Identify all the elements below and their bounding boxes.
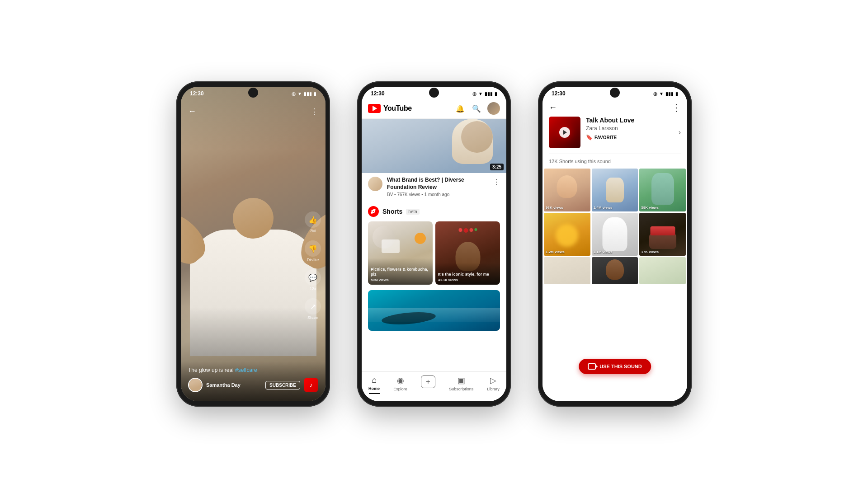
phone1-content: 12:30 ◎ ▼ ▮▮▮ ▮ ← ⋮ 👍 2M 👎 xyxy=(181,87,326,401)
short-item-1[interactable]: Picnics, flowers & kombucha, plz 50M vie… xyxy=(368,221,433,285)
subscribe-button[interactable]: SUBSCRIBE xyxy=(265,381,300,389)
comment-count: 12x xyxy=(310,286,316,291)
glass-object xyxy=(382,239,400,253)
hashtag-text[interactable]: #selfcare xyxy=(235,367,257,373)
grid-item-7[interactable] xyxy=(544,257,590,284)
nav-home[interactable]: ⌂ Home xyxy=(368,375,380,394)
username: Samantha Day xyxy=(206,382,262,388)
user-avatar-header[interactable] xyxy=(487,102,500,115)
video-info-row: What Brand is Best? | Diverse Foundation… xyxy=(362,173,506,197)
nav-library[interactable]: ▷ Library xyxy=(487,375,500,394)
grid-item-3[interactable]: 59K views xyxy=(639,169,686,211)
shorts-caption: The glow up is real #selfcare xyxy=(188,367,318,373)
eye-icon-2: ◎ xyxy=(472,91,476,96)
grid-views-2: 1.4M views xyxy=(594,206,613,210)
grid-thumb-8 xyxy=(592,257,638,284)
battery-icon-3: ▮ xyxy=(675,91,678,96)
youtube-header: YouTube 🔔 🔍 xyxy=(362,99,506,119)
grid-thumb-4 xyxy=(544,213,590,256)
comment-action[interactable]: 💬 12x xyxy=(305,269,321,291)
shorts-logo xyxy=(368,206,379,217)
grid-item-8[interactable] xyxy=(592,257,638,284)
user-avatar xyxy=(188,378,203,392)
nav-explore[interactable]: ◉ Explore xyxy=(393,375,407,394)
song-info: Talk About Love Zara Larsson 🔖 FAVORITE xyxy=(586,117,673,141)
song-thumbnail[interactable] xyxy=(549,117,580,148)
notification-icon[interactable]: 🔔 xyxy=(455,103,466,114)
shorts-header: Shorts beta xyxy=(368,206,500,217)
video-title[interactable]: What Brand is Best? | Diverse Foundation… xyxy=(387,177,488,191)
back-button-3[interactable]: ← xyxy=(549,103,557,113)
main-scroll-content[interactable]: 3:25 What Brand is Best? | Diverse Found… xyxy=(362,119,506,388)
dislike-icon[interactable]: 👎 xyxy=(305,240,321,257)
song-card: Talk About Love Zara Larsson 🔖 FAVORITE … xyxy=(542,117,687,154)
eye-icon: ◎ xyxy=(292,91,296,96)
grid-views-3: 59K views xyxy=(641,206,659,210)
dislike-action[interactable]: 👎 Dislike xyxy=(305,240,321,262)
shorts-beta-badge: beta xyxy=(406,209,419,215)
grid-thumb-6 xyxy=(639,213,686,256)
music-button[interactable]: ♪ xyxy=(304,378,318,392)
more-menu-1[interactable]: ⋮ xyxy=(310,107,318,117)
like-action[interactable]: 👍 2M xyxy=(305,211,321,233)
status-icons-3: ◎ ▼ ▮▮▮ ▮ xyxy=(653,91,678,96)
use-this-sound-button[interactable]: USE THIS SOUND xyxy=(579,359,651,374)
song-chevron-icon[interactable]: › xyxy=(679,128,681,136)
library-nav-icon: ▷ xyxy=(490,375,496,385)
signal-icon: ▮▮▮ xyxy=(304,91,312,96)
grid-item-2[interactable]: 1.4M views xyxy=(592,169,638,211)
grid-views-1: 96K views xyxy=(546,206,563,210)
create-button[interactable]: + xyxy=(421,375,435,388)
status-icons-1: ◎ ▼ ▮▮▮ ▮ xyxy=(292,91,316,96)
grid-thumb-5 xyxy=(592,213,638,256)
library-nav-label: Library xyxy=(487,387,500,391)
signal-icon-2: ▮▮▮ xyxy=(485,91,493,96)
hooded-figure xyxy=(602,217,627,251)
sounds-video-grid-row3 xyxy=(542,257,687,284)
phone-notch-2 xyxy=(429,88,439,98)
song-favorite[interactable]: 🔖 FAVORITE xyxy=(586,134,673,141)
explore-nav-label: Explore xyxy=(393,387,407,391)
short-item-2[interactable]: It's the iconic style, for me 41.1k view… xyxy=(435,221,500,285)
video-meta: BV • 767K views • 1 month ago xyxy=(387,192,488,197)
cake-top xyxy=(650,226,675,235)
grid-item-9[interactable] xyxy=(639,257,686,284)
comment-icon[interactable]: 💬 xyxy=(305,269,321,286)
short-views-1: 50M views xyxy=(371,278,430,282)
grid-item-1[interactable]: 96K views xyxy=(544,169,590,211)
nav-subscriptions[interactable]: ▣ Subscriptions xyxy=(449,375,473,394)
grid-views-4: 1.2M views xyxy=(546,250,565,254)
time-display-2: 12:30 xyxy=(371,90,385,97)
nav-create[interactable]: + xyxy=(421,375,435,394)
grid-item-5[interactable]: 1.1M views xyxy=(592,213,638,256)
bookmark-icon: 🔖 xyxy=(586,134,593,141)
featured-video-thumb[interactable]: 3:25 xyxy=(362,119,506,173)
header-icons: 🔔 🔍 xyxy=(455,102,500,115)
grid-item-4[interactable]: 1.2M views xyxy=(544,213,590,256)
back-button-1[interactable]: ← xyxy=(188,107,196,116)
grid-thumb-2 xyxy=(592,169,638,211)
grid-views-5: 1.1M views xyxy=(594,250,613,254)
dislike-label: Dislike xyxy=(307,258,319,262)
status-bar-1: 12:30 ◎ ▼ ▮▮▮ ▮ xyxy=(181,87,326,99)
home-nav-label: Home xyxy=(368,386,380,391)
grid-item-6[interactable]: 17K views xyxy=(639,213,686,256)
grid-thumb-7 xyxy=(544,257,590,284)
shorts-bottom-info: The glow up is real #selfcare Samantha D… xyxy=(181,361,326,401)
search-icon[interactable]: 🔍 xyxy=(471,103,482,114)
share-action[interactable]: ↗ Share xyxy=(305,298,321,320)
video-more-icon[interactable]: ⋮ xyxy=(493,178,500,186)
video-details: What Brand is Best? | Diverse Foundation… xyxy=(387,177,488,197)
youtube-logo: YouTube xyxy=(368,104,451,113)
swim-video-card[interactable] xyxy=(368,290,500,331)
like-icon[interactable]: 👍 xyxy=(305,211,321,228)
shorts-section: Shorts beta xyxy=(362,202,506,288)
channel-avatar[interactable] xyxy=(368,177,382,191)
more-menu-3[interactable]: ⋮ xyxy=(672,102,681,113)
phone2-screen: 12:30 ◎ ▼ ▮▮▮ ▮ YouTube 🔔 🔍 xyxy=(362,87,506,401)
grid-thumb-1 xyxy=(544,169,590,211)
phone1-screen: 12:30 ◎ ▼ ▮▮▮ ▮ ← ⋮ 👍 2M 👎 xyxy=(181,87,326,401)
share-icon[interactable]: ↗ xyxy=(305,298,321,314)
song-play-button[interactable] xyxy=(559,127,570,138)
thumb-head xyxy=(461,121,493,153)
